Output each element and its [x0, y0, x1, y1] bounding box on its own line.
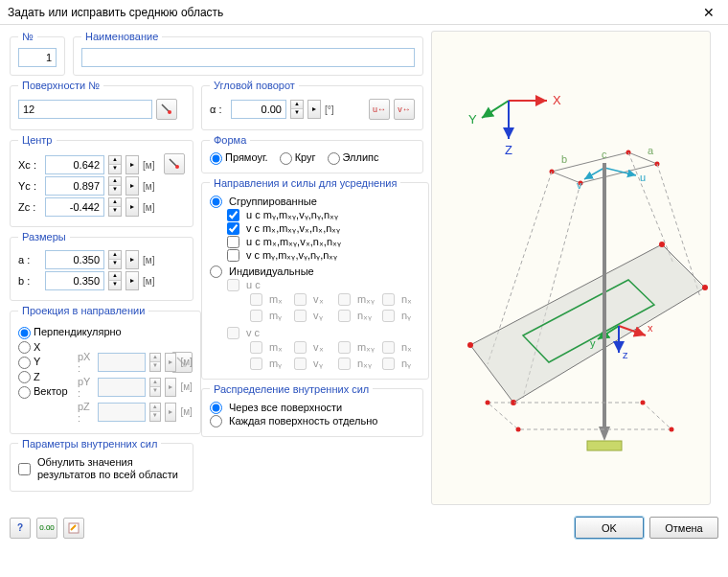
alpha-unit: [°]	[325, 104, 334, 115]
svg-point-1	[175, 165, 179, 169]
preview-panel: X Y Z b c a u v	[431, 31, 711, 505]
svg-text:z: z	[623, 349, 628, 360]
svg-text:X: X	[553, 93, 561, 107]
vvx-check: vₓ	[294, 341, 332, 354]
vmxy-check: mₓᵧ	[338, 341, 376, 354]
xc-input[interactable]	[45, 155, 104, 174]
px-step: ▸	[165, 353, 176, 372]
svg-line-5	[482, 101, 509, 118]
ok-button[interactable]: OK	[575, 517, 644, 539]
b-spin[interactable]: ▲▼	[108, 271, 122, 290]
svg-point-28	[702, 285, 708, 290]
g1-check[interactable]: u с mᵧ,mₓᵧ,vᵧ,nᵧ,nₓᵧ	[227, 209, 421, 221]
yc-unit: [м]	[143, 181, 154, 192]
b-unit: [м]	[143, 276, 154, 287]
vc-check: v с	[227, 327, 421, 339]
pz-input	[98, 403, 146, 422]
a-unit: [м]	[143, 255, 154, 265]
a-spin[interactable]: ▲▼	[108, 250, 122, 269]
vny-check: nᵧ	[382, 358, 421, 370]
pick-surface-icon[interactable]	[156, 99, 177, 120]
umy-check: mᵧ	[250, 310, 288, 322]
svg-marker-25	[470, 244, 705, 403]
xc-step[interactable]: ▸	[125, 155, 139, 174]
xc-unit: [м]	[143, 160, 154, 171]
alpha-label: α :	[210, 104, 227, 115]
center-legend: Центр	[18, 134, 57, 146]
title-bar: Задать или исправить среднюю область ✕	[0, 0, 728, 25]
svg-marker-38	[599, 427, 610, 441]
surfaces-input[interactable]	[18, 100, 152, 119]
svg-line-17	[604, 168, 636, 175]
alpha-input[interactable]	[231, 100, 286, 119]
name-input[interactable]	[81, 48, 415, 67]
vnxy-check: nₓᵧ	[338, 358, 376, 370]
dist-all[interactable]: Через все поверхности	[210, 402, 415, 414]
vvy-check: vᵧ	[294, 358, 332, 370]
pz-label: pZ :	[78, 401, 94, 424]
vmx-check: mₓ	[250, 341, 288, 354]
xc-label: Xc :	[18, 159, 41, 171]
zero-checkbox[interactable]: Обнулить значения результатов по всей об…	[18, 456, 185, 481]
dims-legend: Размеры	[18, 231, 70, 242]
number-input[interactable]	[18, 48, 57, 67]
b-input[interactable]	[45, 271, 104, 290]
shape-rect[interactable]: Прямоуг.	[210, 151, 268, 165]
svg-point-42	[641, 400, 646, 404]
vnx-check: nₓ	[382, 341, 421, 354]
g2-check[interactable]: v с mₓ,mₓᵧ,vₓ,nₓ,nₓᵧ	[227, 222, 421, 235]
rotation-legend: Угловой поворот	[210, 80, 299, 91]
shape-ellipse[interactable]: Эллипс	[328, 151, 379, 165]
cancel-button[interactable]: Отмена	[649, 517, 718, 539]
zc-step[interactable]: ▸	[125, 197, 139, 217]
svg-text:y: y	[590, 337, 596, 349]
alpha-spin[interactable]: ▲▼	[290, 100, 304, 119]
b-step[interactable]: ▸	[125, 271, 139, 290]
px-spin: ▲▼	[149, 353, 161, 372]
zc-spin[interactable]: ▲▼	[108, 197, 122, 217]
defaults-icon[interactable]: 0.00	[36, 518, 57, 539]
pz-step: ▸	[165, 403, 176, 422]
grouped-radio[interactable]: Сгруппированные	[210, 196, 421, 208]
px-label: pX :	[78, 351, 94, 374]
alpha-step[interactable]: ▸	[307, 100, 321, 119]
proj-perp[interactable]: Перпендикулярно	[18, 326, 168, 339]
svg-text:a: a	[648, 145, 654, 156]
align-u-icon[interactable]: u↔	[369, 99, 390, 120]
svg-point-26	[467, 342, 473, 348]
close-icon[interactable]: ✕	[697, 3, 720, 22]
uc-check: u с	[227, 279, 421, 291]
umx-check: mₓ	[250, 293, 288, 306]
xc-spin[interactable]: ▲▼	[108, 155, 122, 174]
unxy-check: nₓᵧ	[338, 310, 376, 322]
g3-check[interactable]: u с mₓ,mₓᵧ,vₓ,nₓ,nₓᵧ	[227, 236, 421, 248]
yc-input[interactable]	[45, 176, 104, 196]
a-label: a :	[18, 254, 41, 265]
yc-step[interactable]: ▸	[125, 176, 139, 196]
svg-point-43	[670, 427, 674, 431]
name-legend: Наименование	[81, 31, 162, 42]
help-icon[interactable]: ?	[10, 518, 31, 539]
shape-circle[interactable]: Круг	[280, 151, 316, 165]
projection-legend: Проекция в направлении	[18, 305, 148, 316]
pick-center-icon[interactable]	[164, 153, 185, 174]
individual-radio[interactable]: Индивидуальные	[210, 265, 421, 278]
py-step: ▸	[165, 378, 176, 397]
edit-icon[interactable]	[63, 518, 84, 539]
g4-check[interactable]: v с mᵧ,mₓᵧ,vᵧ,nᵧ,nₓᵧ	[227, 249, 421, 262]
svg-text:Z: Z	[505, 143, 512, 157]
zc-input[interactable]	[45, 197, 104, 217]
a-step[interactable]: ▸	[125, 250, 139, 269]
preview-diagram: X Y Z b c a u v	[432, 48, 710, 489]
yc-spin[interactable]: ▲▼	[108, 176, 122, 196]
align-v-icon[interactable]: v↔	[394, 99, 415, 120]
dist-each[interactable]: Каждая поверхность отдельно	[210, 415, 415, 427]
zc-unit: [м]	[143, 202, 154, 213]
yc-label: Yc :	[18, 180, 41, 192]
internal-legend: Параметры внутренних сил	[18, 438, 161, 450]
py-label: pY :	[78, 376, 94, 399]
b-label: b :	[18, 275, 41, 287]
a-input[interactable]	[45, 250, 104, 269]
px-input	[98, 353, 146, 372]
unx-check: nₓ	[382, 293, 421, 306]
